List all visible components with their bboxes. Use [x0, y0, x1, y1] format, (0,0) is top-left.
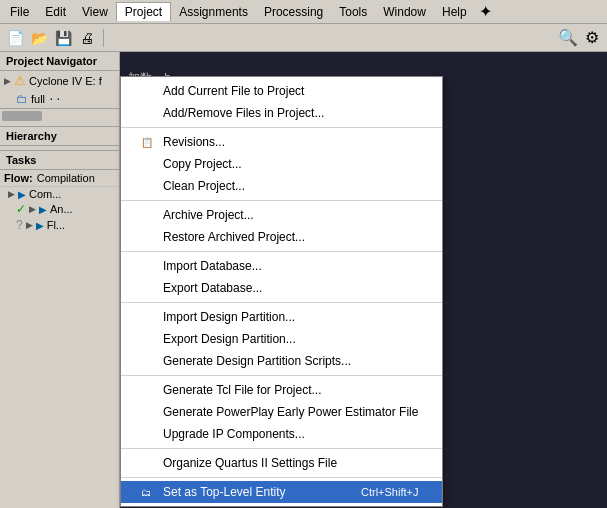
- top-level-shortcut: Ctrl+Shift+J: [361, 486, 418, 498]
- menu-organize-settings[interactable]: Organize Quartus II Settings File: [121, 452, 442, 474]
- flow-value: Compilation: [37, 172, 95, 184]
- tree-item-label: Cyclone IV E: f: [29, 75, 102, 87]
- hierarchy-header: Hierarchy: [0, 126, 119, 146]
- menu-help[interactable]: Help: [434, 3, 475, 21]
- task-compilation[interactable]: ▶ ▶ Com...: [0, 187, 119, 201]
- task-analysis[interactable]: ✓ ▶ ▶ An...: [0, 201, 119, 217]
- menu-gen-partition-scripts[interactable]: Generate Design Partition Scripts...: [121, 350, 442, 372]
- top-level-icon: 🗂: [141, 487, 157, 498]
- menu-revisions[interactable]: 📋 Revisions...: [121, 131, 442, 153]
- menu-import-partition[interactable]: Import Design Partition...: [121, 306, 442, 328]
- tasks-header: Tasks: [0, 150, 119, 170]
- sep3: [121, 251, 442, 252]
- menu-import-database[interactable]: Import Database...: [121, 255, 442, 277]
- settings-btn[interactable]: ⚙: [581, 27, 603, 49]
- restore-archived-label: Restore Archived Project...: [163, 230, 305, 244]
- upgrade-ip-label: Upgrade IP Components...: [163, 427, 305, 441]
- menu-project[interactable]: Project: [116, 2, 171, 21]
- gen-partition-scripts-label: Generate Design Partition Scripts...: [163, 354, 351, 368]
- tree-item-full-label: full ⬝⬝: [31, 93, 62, 105]
- task-analysis-label: An...: [50, 203, 73, 215]
- menubar: File Edit View Project Assignments Proce…: [0, 0, 607, 24]
- add-current-file-label: Add Current File to Project: [163, 84, 304, 98]
- task-fitter[interactable]: ? ▶ ▶ Fl...: [0, 217, 119, 233]
- menu-restore-archived[interactable]: Restore Archived Project...: [121, 226, 442, 248]
- warning-icon: ⚠: [14, 73, 26, 88]
- project-navigator-header: Project Navigator: [0, 52, 119, 71]
- toolbar-sep1: [103, 29, 104, 47]
- new-btn[interactable]: 📄: [4, 27, 26, 49]
- copy-project-label: Copy Project...: [163, 157, 242, 171]
- scrollbar-thumb[interactable]: [2, 111, 42, 121]
- import-partition-label: Import Design Partition...: [163, 310, 295, 324]
- menu-processing[interactable]: Processing: [256, 3, 331, 21]
- flow-label: Flow:: [4, 172, 33, 184]
- save-btn[interactable]: 💾: [52, 27, 74, 49]
- menu-upgrade-ip[interactable]: Upgrade IP Components...: [121, 423, 442, 445]
- organize-settings-label: Organize Quartus II Settings File: [163, 456, 337, 470]
- add-remove-label: Add/Remove Files in Project...: [163, 106, 324, 120]
- toolbar: 📄 📂 💾 🖨 🔍 ⚙: [0, 24, 607, 52]
- menu-add-remove-files[interactable]: Add/Remove Files in Project...: [121, 102, 442, 124]
- gen-tcl-label: Generate Tcl File for Project...: [163, 383, 322, 397]
- task-fitter-label: Fl...: [47, 219, 65, 231]
- gen-powerplay-label: Generate PowerPlay Early Power Estimator…: [163, 405, 418, 419]
- sep7: [121, 477, 442, 478]
- archive-project-label: Archive Project...: [163, 208, 254, 222]
- clean-project-label: Clean Project...: [163, 179, 245, 193]
- tree-item-full[interactable]: 🗀 full ⬝⬝: [0, 90, 119, 108]
- menu-archive-project[interactable]: Archive Project...: [121, 204, 442, 226]
- h-scrollbar[interactable]: [0, 108, 119, 122]
- expand-icon: ▶: [8, 189, 15, 199]
- play-icon3: ▶: [36, 220, 44, 231]
- sep1: [121, 127, 442, 128]
- sep5: [121, 375, 442, 376]
- revisions-label: Revisions...: [163, 135, 225, 149]
- folder-icon: 🗀: [16, 92, 28, 106]
- tasks-flow: Flow: Compilation: [0, 170, 119, 187]
- menu-copy-project[interactable]: Copy Project...: [121, 153, 442, 175]
- menu-tools[interactable]: Tools: [331, 3, 375, 21]
- menu-assignments[interactable]: Assignments: [171, 3, 256, 21]
- sep4: [121, 302, 442, 303]
- set-top-level-label: Set as Top-Level Entity: [163, 485, 286, 499]
- main-layout: Project Navigator ▶ ⚠ Cyclone IV E: f 🗀 …: [0, 52, 607, 508]
- left-panel: Project Navigator ▶ ⚠ Cyclone IV E: f 🗀 …: [0, 52, 120, 508]
- project-dropdown-menu: Add Current File to Project Add/Remove F…: [120, 76, 443, 507]
- revisions-icon: 📋: [141, 137, 157, 148]
- play-icon2: ▶: [39, 204, 47, 215]
- menu-edit[interactable]: Edit: [37, 3, 74, 21]
- menu-set-top-level[interactable]: 🗂 Set as Top-Level Entity Ctrl+Shift+J: [121, 481, 442, 503]
- sep6: [121, 448, 442, 449]
- print-btn[interactable]: 🖨: [76, 27, 98, 49]
- tree-item-cyclone[interactable]: ▶ ⚠ Cyclone IV E: f: [0, 71, 119, 90]
- check-icon: ✓: [16, 202, 26, 216]
- question-icon: ?: [16, 218, 23, 232]
- play-icon: ▶: [18, 189, 26, 200]
- menu-gen-powerplay[interactable]: Generate PowerPlay Early Power Estimator…: [121, 401, 442, 423]
- menu-export-database[interactable]: Export Database...: [121, 277, 442, 299]
- menu-gen-tcl[interactable]: Generate Tcl File for Project...: [121, 379, 442, 401]
- help-icon[interactable]: ✦: [479, 2, 492, 21]
- task-label: Com...: [29, 188, 61, 200]
- expand-icon3: ▶: [26, 220, 33, 230]
- expand-icon2: ▶: [29, 204, 36, 214]
- export-partition-label: Export Design Partition...: [163, 332, 296, 346]
- sep2: [121, 200, 442, 201]
- open-btn[interactable]: 📂: [28, 27, 50, 49]
- import-database-label: Import Database...: [163, 259, 262, 273]
- menu-view[interactable]: View: [74, 3, 116, 21]
- menu-file[interactable]: File: [2, 3, 37, 21]
- export-database-label: Export Database...: [163, 281, 262, 295]
- expand-icon: ▶: [4, 76, 11, 86]
- menu-window[interactable]: Window: [375, 3, 434, 21]
- menu-clean-project[interactable]: Clean Project...: [121, 175, 442, 197]
- zoom-btn[interactable]: 🔍: [557, 27, 579, 49]
- menu-export-partition[interactable]: Export Design Partition...: [121, 328, 442, 350]
- menu-add-current-file[interactable]: Add Current File to Project: [121, 80, 442, 102]
